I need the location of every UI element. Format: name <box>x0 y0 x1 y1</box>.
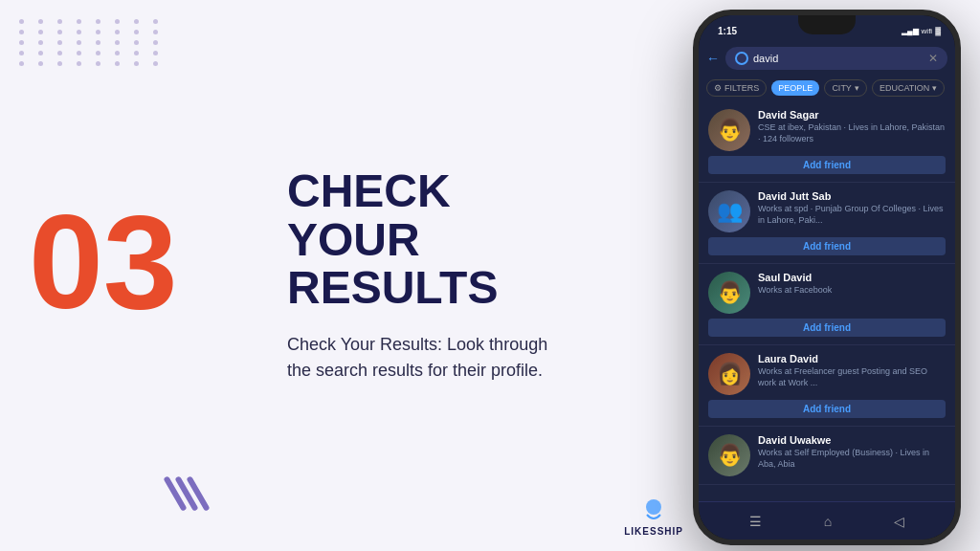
add-friend-button-3[interactable]: Add friend <box>708 319 946 337</box>
result-item-david-sagar: 👨 David Sagar CSE at ibex, Pakistan · Li… <box>699 101 955 183</box>
result-item-saul-david: 👨 Saul David Works at Facebook Add frien… <box>699 264 955 345</box>
home-icon[interactable]: ⌂ <box>824 514 832 529</box>
search-circle-icon <box>735 52 748 65</box>
search-input-area[interactable]: david ✕ <box>725 47 947 70</box>
brand-name: LIKESSHIP <box>624 526 683 537</box>
back-nav-icon[interactable]: ◁ <box>894 514 904 529</box>
result-name: Laura David <box>758 353 946 364</box>
svg-point-0 <box>646 499 661 515</box>
result-name: Saul David <box>758 272 946 283</box>
result-item-david-uwakwe: 👨 David Uwakwe Works at Self Employed (B… <box>699 427 955 485</box>
result-name: David Jutt Sab <box>758 190 946 202</box>
avatar-laura-david: 👩 <box>708 353 750 395</box>
avatar-saul-david: 👨 <box>708 272 750 314</box>
education-chevron-icon: ▾ <box>932 83 937 93</box>
add-friend-button-1[interactable]: Add friend <box>708 156 946 174</box>
wifi-icon: wifi <box>922 27 933 35</box>
result-item-laura-david: 👩 Laura David Works at Freelancer guest … <box>699 345 955 427</box>
status-icons: ▂▄▆ wifi ▓ <box>902 27 941 35</box>
phone-frame: 1:15 ▂▄▆ wifi ▓ ← david ✕ ⚙ <box>693 10 961 545</box>
result-detail: Works at spd · Punjab Group Of Colleges … <box>758 204 946 226</box>
main-heading: CHECK YOUR RESULTS <box>287 167 574 312</box>
phone-mockup: 1:15 ▂▄▆ wifi ▓ ← david ✕ ⚙ <box>693 10 961 545</box>
add-friend-button-4[interactable]: Add friend <box>708 400 946 418</box>
results-list: 👨 David Sagar CSE at ibex, Pakistan · Li… <box>699 101 955 501</box>
search-query-text: david <box>753 53 778 64</box>
city-filter-tab[interactable]: CITY ▾ <box>824 79 867 97</box>
city-chevron-icon: ▾ <box>855 83 859 93</box>
battery-icon: ▓ <box>935 27 941 35</box>
avatar-david-uwakwe: 👨 <box>708 434 750 476</box>
add-friend-button-2[interactable]: Add friend <box>708 237 946 255</box>
search-clear-icon[interactable]: ✕ <box>928 52 938 65</box>
status-time: 1:15 <box>718 26 737 36</box>
phone-notch <box>798 15 856 34</box>
bottom-navigation: ☰ ⌂ ◁ <box>699 501 955 540</box>
result-name: David Uwakwe <box>758 434 946 446</box>
education-filter-tab[interactable]: EDUCATION ▾ <box>872 79 945 97</box>
result-item-david-jutt: 👥 David Jutt Sab Works at spd · Punjab G… <box>699 183 955 264</box>
result-detail: Works at Self Employed (Business) · Live… <box>758 448 946 470</box>
likesship-icon <box>639 496 668 524</box>
search-bar: ← david ✕ <box>699 42 955 75</box>
filter-icon: ⚙ <box>714 83 722 93</box>
result-detail: Works at Facebook <box>758 285 946 297</box>
phone-screen: 1:15 ▂▄▆ wifi ▓ ← david ✕ ⚙ <box>699 15 955 540</box>
filter-row: ⚙ FILTERS PEOPLE CITY ▾ EDUCATION ▾ <box>699 75 955 101</box>
avatar-david-sagar: 👨 <box>708 109 750 151</box>
step-description: Check Your Results: Look through the sea… <box>287 332 555 384</box>
result-detail: CSE at ibex, Pakistan · Lives in Lahore,… <box>758 122 946 144</box>
back-arrow-icon[interactable]: ← <box>706 51 720 66</box>
menu-icon[interactable]: ☰ <box>749 514 762 529</box>
result-detail: Works at Freelancer guest Posting and SE… <box>758 366 946 388</box>
step-number: 03 <box>29 195 178 329</box>
result-name: David Sagar <box>758 109 946 121</box>
avatar-david-jutt: 👥 <box>708 190 750 232</box>
filters-button[interactable]: ⚙ FILTERS <box>706 79 767 97</box>
signal-icon: ▂▄▆ <box>902 27 919 35</box>
brand-logo: LIKESSHIP <box>624 496 683 537</box>
left-content-section: 03 CHECK YOUR RESULTS Check Your Results… <box>0 0 574 551</box>
people-filter-tab[interactable]: PEOPLE <box>771 80 819 96</box>
